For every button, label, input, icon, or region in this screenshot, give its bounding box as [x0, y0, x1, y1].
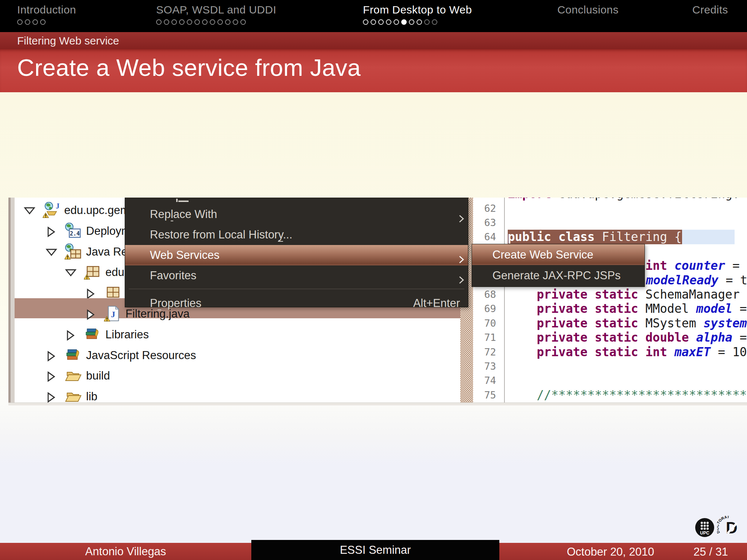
line-number-separator: [504, 198, 505, 405]
line-number: 75: [473, 388, 496, 402]
library-icon: [65, 347, 81, 364]
line-number: 74: [473, 373, 496, 388]
code-segment-plain: SchemaManager: [646, 287, 740, 302]
code-segment-plain: [508, 287, 537, 302]
collapsed-twistie-icon[interactable]: [46, 392, 56, 405]
nav-dot[interactable]: [240, 19, 246, 25]
expanded-twistie-icon[interactable]: [24, 205, 35, 217]
nav-section-label: SOAP, WSDL and UDDI: [156, 4, 276, 16]
code-line-75[interactable]: //******************************: [508, 388, 747, 402]
nav-dot[interactable]: [194, 19, 200, 25]
web-services-submenu: Create Web ServiceGenerate JAX-RPC JSPs: [472, 244, 645, 287]
nav-dots: [17, 19, 76, 25]
menu-item-favorites[interactable]: Favorites: [125, 265, 468, 286]
footer-date: October 20, 2010: [567, 545, 654, 559]
collapsed-twistie-icon[interactable]: [46, 371, 56, 384]
footer-author-segment: Antonio Villegas: [0, 543, 251, 560]
footer-event: ESSI Seminar: [340, 544, 411, 557]
code-line-71[interactable]: private static double alpha =: [508, 330, 747, 345]
nav-dot[interactable]: [17, 19, 23, 25]
nav-dot[interactable]: [32, 19, 38, 25]
collapsed-twistie-icon[interactable]: [46, 226, 56, 239]
code-segment-plain: [508, 316, 537, 330]
nav-dot[interactable]: [156, 19, 162, 25]
collapsed-twistie-icon[interactable]: [85, 309, 95, 322]
page-title: Create a Web service from Java: [17, 54, 361, 81]
code-segment-field: system: [703, 316, 747, 330]
folder-icon: [65, 368, 81, 384]
nav-dot[interactable]: [40, 19, 46, 25]
code-segment-plain: MSystem: [646, 316, 704, 330]
svg-text:2.4: 2.4: [70, 230, 80, 237]
nav-section-label: Conclusions: [557, 4, 619, 16]
tree-item-libraries[interactable]: Libraries: [15, 324, 460, 345]
code-line-69[interactable]: private static MModel model =: [508, 302, 747, 316]
code-segment-field: modelReady: [646, 273, 719, 287]
nav-section-introduction[interactable]: Introduction: [17, 4, 76, 25]
code-segment-plain: [508, 302, 537, 316]
nav-dot[interactable]: [25, 19, 30, 25]
code-line-67[interactable]: modelReady = true;: [646, 273, 747, 287]
collapsed-twistie-icon[interactable]: [65, 330, 75, 343]
nav-dot[interactable]: [371, 19, 376, 25]
collapsed-twistie-icon[interactable]: [46, 350, 56, 363]
nav-dot[interactable]: [179, 19, 185, 25]
truncated-menu-item-remnant: [178, 201, 189, 202]
submenu-item-create-web-service[interactable]: Create Web Service: [472, 244, 645, 265]
tree-item-lib[interactable]: lib: [15, 386, 460, 405]
code-segment-plain: [508, 345, 537, 359]
menu-item-replace-with[interactable]: Replace With: [125, 204, 468, 225]
nav-dot[interactable]: [386, 19, 391, 25]
code-line-64[interactable]: public class Filtering {: [508, 230, 682, 244]
logos: UPC DOCTORATE D: [694, 516, 740, 539]
mnemonic-underline: y: [278, 228, 283, 242]
nav-dot[interactable]: [187, 19, 192, 25]
nav-section-label: Introduction: [17, 4, 76, 16]
menu-item-web-services[interactable]: Web Services: [125, 245, 468, 265]
code-segment-keyword: private static: [537, 287, 645, 302]
code-segment-keyword-selected: public class: [508, 230, 595, 244]
nav-dot[interactable]: [225, 19, 231, 25]
code-line-72[interactable]: private static int maxET = 10;: [508, 345, 747, 359]
nav-dot[interactable]: [202, 19, 208, 25]
nav-section-credits[interactable]: Credits: [692, 4, 728, 16]
tree-item-build[interactable]: build: [15, 366, 460, 386]
submenu-arrow-icon: [458, 271, 464, 291]
code-line-70[interactable]: private static MSystem system;: [508, 316, 747, 330]
truncated-menu-item-remnant: [176, 199, 178, 202]
nav-dot[interactable]: [164, 19, 169, 25]
code-segment-keyword: private static double: [537, 330, 696, 345]
nav-dots: [363, 19, 472, 25]
menu-separator: [129, 289, 464, 289]
expanded-twistie-icon[interactable]: [46, 247, 57, 258]
title-bar: Create a Web service from Java: [0, 49, 747, 92]
nav-dot[interactable]: [432, 19, 437, 25]
code-line-68[interactable]: private static SchemaManager: [508, 287, 740, 302]
nav-dot[interactable]: [217, 19, 223, 25]
code-segment-plain: edu.upc.gemese.filtering.*;: [558, 198, 747, 201]
menu-item-properties[interactable]: PropertiesAlt+Enter: [125, 293, 468, 314]
nav-section-soap-wsdl-and-uddi[interactable]: SOAP, WSDL and UDDI: [156, 4, 276, 25]
section-title: Filtering Web service: [17, 35, 119, 47]
nav-dot[interactable]: [424, 19, 430, 25]
nav-dot[interactable]: [394, 19, 399, 25]
nav-dot[interactable]: [363, 19, 368, 25]
code-line-61[interactable]: import edu.upc.gemese.filtering.*;: [508, 198, 747, 201]
nav-section-from-desktop-to-web[interactable]: From Desktop to Web: [363, 4, 472, 25]
nav-dot[interactable]: [233, 19, 238, 25]
svg-text:UPC: UPC: [700, 530, 709, 536]
nav-dot[interactable]: [378, 19, 384, 25]
expanded-twistie-icon[interactable]: [65, 267, 77, 279]
nav-dot[interactable]: [210, 19, 215, 25]
menu-item-restore-from-local-history[interactable]: Restore from Local History...: [125, 225, 468, 245]
nav-dot[interactable]: [409, 19, 414, 25]
nav-dot[interactable]: [417, 19, 422, 25]
nav-section-conclusions[interactable]: Conclusions: [557, 4, 619, 16]
line-number: 64: [473, 230, 496, 244]
code-segment-field: alpha: [696, 330, 732, 345]
nav-dot[interactable]: [401, 19, 407, 25]
submenu-item-generate-jax-rpc-jsps[interactable]: Generate JAX-RPC JSPs: [472, 265, 645, 286]
tree-item-javascript-resources[interactable]: JavaScript Resources: [15, 345, 460, 366]
nav-dot[interactable]: [171, 19, 177, 25]
line-number: 73: [473, 359, 496, 373]
